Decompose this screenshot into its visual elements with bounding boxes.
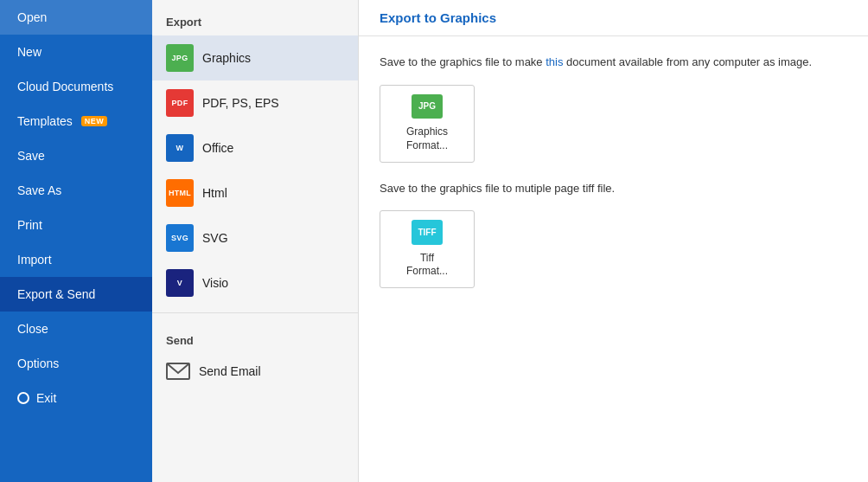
export-item-visio[interactable]: V Visio bbox=[152, 260, 358, 305]
sidebar-item-label: Save As bbox=[17, 183, 61, 197]
sidebar-item-label: Save bbox=[17, 149, 45, 163]
export-item-label: SVG bbox=[202, 231, 228, 245]
sidebar-item-import[interactable]: Import bbox=[0, 242, 152, 277]
export-item-label: Html bbox=[202, 186, 227, 200]
content-desc-2: Save to the graphics file to mutiple pag… bbox=[380, 180, 847, 197]
sidebar-item-save[interactable]: Save bbox=[0, 138, 152, 173]
sidebar-item-label: Export & Send bbox=[17, 287, 95, 301]
sidebar-item-label: Options bbox=[17, 357, 59, 370]
sidebar-item-label: Templates bbox=[17, 114, 73, 128]
sidebar-item-label: Print bbox=[17, 218, 42, 232]
sidebar-item-label: Import bbox=[17, 253, 52, 267]
sidebar-item-label: Close bbox=[17, 322, 48, 336]
svg-format-icon: SVG bbox=[166, 224, 194, 252]
content-body: Save to the graphics file to make this d… bbox=[359, 36, 868, 482]
graphics-format-card-label: GraphicsFormat... bbox=[406, 125, 448, 152]
format-cards-group-1: JPG GraphicsFormat... bbox=[380, 85, 847, 163]
send-section: Send Send Email bbox=[152, 320, 358, 395]
content-desc-1: Save to the graphics file to make this d… bbox=[380, 54, 847, 71]
export-item-label: Graphics bbox=[202, 51, 251, 65]
export-item-label: Visio bbox=[202, 276, 228, 290]
html-format-icon: HTML bbox=[166, 179, 194, 207]
tiff-format-card-label: TiffFormat... bbox=[406, 252, 448, 279]
sidebar-item-label: New bbox=[17, 45, 41, 59]
sidebar-item-label: Open bbox=[17, 10, 47, 24]
export-item-svg[interactable]: SVG SVG bbox=[152, 215, 358, 260]
email-icon bbox=[166, 363, 190, 380]
tiff-card-icon: TIFF bbox=[412, 220, 443, 245]
export-item-graphics[interactable]: JPG Graphics bbox=[152, 35, 358, 80]
send-email-item[interactable]: Send Email bbox=[166, 354, 344, 389]
export-item-html[interactable]: HTML Html bbox=[152, 170, 358, 215]
sidebar-item-save-as[interactable]: Save As bbox=[0, 173, 152, 208]
tiff-format-card[interactable]: TIFF TiffFormat... bbox=[380, 210, 475, 288]
pdf-format-icon: PDF bbox=[166, 89, 194, 117]
sidebar-item-templates[interactable]: Templates NEW bbox=[0, 104, 152, 138]
export-item-pdf[interactable]: PDF PDF, PS, EPS bbox=[152, 80, 358, 125]
divider bbox=[152, 312, 358, 313]
sidebar-item-new[interactable]: New bbox=[0, 35, 152, 69]
visio-format-icon: V bbox=[166, 269, 194, 297]
new-badge: NEW bbox=[81, 116, 108, 126]
sidebar-item-label: Cloud Documents bbox=[17, 80, 113, 93]
middle-panel: Export JPG Graphics PDF PDF, PS, EPS W O… bbox=[152, 0, 359, 482]
sidebar-item-label: Exit bbox=[36, 391, 56, 405]
sidebar-item-options[interactable]: Options bbox=[0, 346, 152, 381]
sidebar-item-export-send[interactable]: Export & Send bbox=[0, 277, 152, 312]
export-section-label: Export bbox=[152, 0, 358, 35]
content-panel: Export to Graphics Save to the graphics … bbox=[359, 0, 868, 482]
office-format-icon: W bbox=[166, 134, 194, 162]
send-email-label: Send Email bbox=[199, 364, 261, 378]
sidebar-item-print[interactable]: Print bbox=[0, 208, 152, 242]
content-header: Export to Graphics bbox=[359, 0, 868, 36]
this-link[interactable]: this bbox=[546, 55, 563, 68]
sidebar-item-cloud[interactable]: Cloud Documents bbox=[0, 69, 152, 104]
format-cards-group-2: TIFF TiffFormat... bbox=[380, 210, 847, 288]
export-item-label: Office bbox=[202, 141, 233, 155]
sidebar-item-close[interactable]: Close bbox=[0, 312, 152, 346]
sidebar-item-exit[interactable]: Exit bbox=[0, 381, 152, 415]
exit-icon bbox=[17, 392, 29, 404]
graphics-format-icon: JPG bbox=[166, 44, 194, 72]
sidebar: Open New Cloud Documents Templates NEW S… bbox=[0, 0, 152, 482]
sidebar-item-open[interactable]: Open bbox=[0, 0, 152, 35]
export-item-label: PDF, PS, EPS bbox=[202, 96, 279, 110]
graphics-format-card[interactable]: JPG GraphicsFormat... bbox=[380, 85, 475, 163]
send-section-label: Send bbox=[166, 334, 344, 347]
jpg-card-icon: JPG bbox=[412, 94, 443, 119]
export-item-office[interactable]: W Office bbox=[152, 125, 358, 170]
